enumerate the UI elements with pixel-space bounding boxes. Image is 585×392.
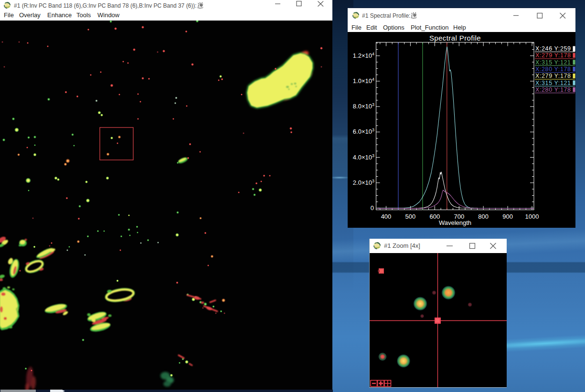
svg-text:4.0×103: 4.0×103 (353, 153, 374, 161)
svg-text:800: 800 (478, 213, 489, 220)
svg-text:8.0×103: 8.0×103 (353, 102, 374, 110)
svg-text:X:246 Y:259: X:246 Y:259 (535, 45, 571, 52)
svg-text:6.0×103: 6.0×103 (353, 127, 374, 135)
svg-text:1.2×104: 1.2×104 (353, 52, 374, 59)
svg-text:Wavelength: Wavelength (439, 219, 471, 226)
svg-text:X:315 Y:121: X:315 Y:121 (535, 80, 571, 86)
svg-text:Spectral Profile: Spectral Profile (429, 34, 481, 42)
svg-text:2.0×103: 2.0×103 (353, 179, 374, 186)
svg-text:X:279 Y:178: X:279 Y:178 (535, 73, 571, 79)
svg-text:900: 900 (502, 213, 513, 220)
svg-text:0: 0 (371, 204, 374, 212)
svg-text:500: 500 (405, 213, 416, 220)
svg-text:1.0×104: 1.0×104 (353, 77, 374, 85)
svg-text:X:315 Y:121: X:315 Y:121 (535, 59, 571, 66)
svg-text:X:279 Y:178: X:279 Y:178 (535, 52, 571, 59)
svg-text:400: 400 (381, 213, 392, 220)
svg-text:X:280 Y:178: X:280 Y:178 (535, 86, 571, 93)
svg-text:1000: 1000 (525, 213, 539, 220)
svg-text:600: 600 (429, 213, 440, 220)
svg-text:X:280 Y:178: X:280 Y:178 (535, 66, 571, 73)
